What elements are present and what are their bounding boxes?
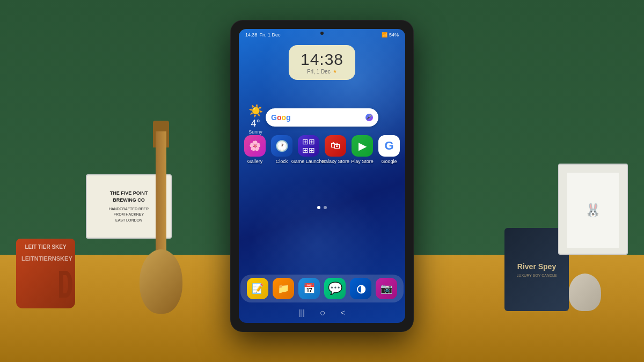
back-button[interactable]: < bbox=[341, 308, 345, 317]
recents-button[interactable]: ||| bbox=[299, 308, 305, 317]
right-wall-print: 🐰 bbox=[558, 164, 628, 255]
clock-widget[interactable]: 14:38 Fri, 1 Dec ★ bbox=[289, 45, 355, 80]
dock-samsung-notes[interactable]: 📝 bbox=[247, 278, 268, 299]
google-search-bar[interactable]: Goog 🎤 bbox=[266, 108, 378, 127]
clock-date-display: Fri, 1 Dec ★ bbox=[301, 69, 343, 75]
candle-subtitle: LUXURY SOY CANDLE bbox=[516, 274, 557, 277]
star-icon: ★ bbox=[333, 69, 337, 74]
mug-handle bbox=[59, 271, 72, 298]
guitar-body bbox=[140, 249, 182, 314]
dock-calendar[interactable]: 📅 bbox=[298, 278, 320, 299]
app-google[interactable]: G Google bbox=[377, 135, 401, 164]
clock-time-display: 14:38 bbox=[301, 50, 343, 69]
voice-search-icon[interactable]: 🎤 bbox=[365, 114, 373, 121]
weather-temperature: 4° bbox=[251, 118, 260, 129]
navigation-bar: ||| ○ < bbox=[299, 307, 345, 319]
play-store-icon: ▶ bbox=[352, 135, 373, 157]
dock-messages[interactable]: 💬 bbox=[324, 278, 346, 299]
galaxy-store-label: Galaxy Store bbox=[321, 159, 349, 164]
dock-camera[interactable]: 📷 bbox=[376, 278, 397, 299]
home-button[interactable]: ○ bbox=[320, 307, 326, 319]
small-pot bbox=[569, 274, 601, 311]
candle-title: River Spey bbox=[517, 262, 556, 271]
status-icons: 📶 54% bbox=[382, 32, 399, 38]
page-indicator bbox=[317, 206, 327, 209]
clock-label: Clock bbox=[276, 159, 288, 164]
game-launcher-icon: ⊞⊞⊞⊞ bbox=[298, 135, 319, 157]
app-game-launcher[interactable]: ⊞⊞⊞⊞ Game Launcher bbox=[297, 135, 320, 164]
app-clock[interactable]: 🕐 Clock bbox=[270, 135, 294, 164]
app-dock: 📝 📁 📅 💬 ◑ 📷 bbox=[240, 275, 404, 302]
app-gallery[interactable]: 🌸 Gallery bbox=[243, 135, 267, 164]
clock-icon: 🕐 bbox=[271, 135, 292, 157]
mug-text-line1: LEIT TIER SKEY bbox=[19, 243, 72, 252]
google-label: Google bbox=[381, 159, 397, 164]
app-grid: 🌸 Gallery 🕐 Clock ⊞⊞⊞⊞ Game Launcher 🛍 G… bbox=[243, 135, 401, 164]
weather-icon: ☀️ bbox=[248, 104, 263, 118]
samsung-tablet: 14:38 Fri, 1 Dec 📶 54% 14:38 Fri, 1 Dec … bbox=[231, 20, 413, 331]
guitar bbox=[129, 121, 193, 314]
print-content: 🐰 bbox=[567, 173, 619, 248]
dock-my-files[interactable]: 📁 bbox=[273, 278, 294, 299]
tablet-screen: 14:38 Fri, 1 Dec 📶 54% 14:38 Fri, 1 Dec … bbox=[239, 29, 405, 323]
wifi-icon: 📶 bbox=[382, 32, 387, 38]
app-play-store[interactable]: ▶ Play Store bbox=[350, 135, 374, 164]
google-icon: G bbox=[378, 135, 400, 157]
app-galaxy-store[interactable]: 🛍 Galaxy Store bbox=[324, 135, 347, 164]
galaxy-store-icon: 🛍 bbox=[325, 135, 346, 157]
play-store-label: Play Store bbox=[351, 159, 374, 164]
page-dot-1 bbox=[317, 206, 320, 209]
weather-widget[interactable]: ☀️ 4° Sunny London bbox=[247, 104, 264, 140]
gallery-icon: 🌸 bbox=[244, 135, 266, 157]
dock-samsung-internet[interactable]: ◑ bbox=[350, 278, 371, 299]
game-launcher-label: Game Launcher bbox=[291, 159, 326, 164]
page-dot-2 bbox=[324, 206, 327, 209]
status-date: Fri, 1 Dec bbox=[260, 32, 281, 38]
status-time: 14:38 bbox=[245, 32, 258, 38]
weather-description: Sunny bbox=[248, 129, 262, 135]
battery-text: 54% bbox=[389, 32, 399, 38]
status-bar: 14:38 Fri, 1 Dec 📶 54% bbox=[239, 29, 405, 41]
gallery-label: Gallery bbox=[247, 159, 263, 164]
google-logo: Goog bbox=[271, 113, 291, 122]
